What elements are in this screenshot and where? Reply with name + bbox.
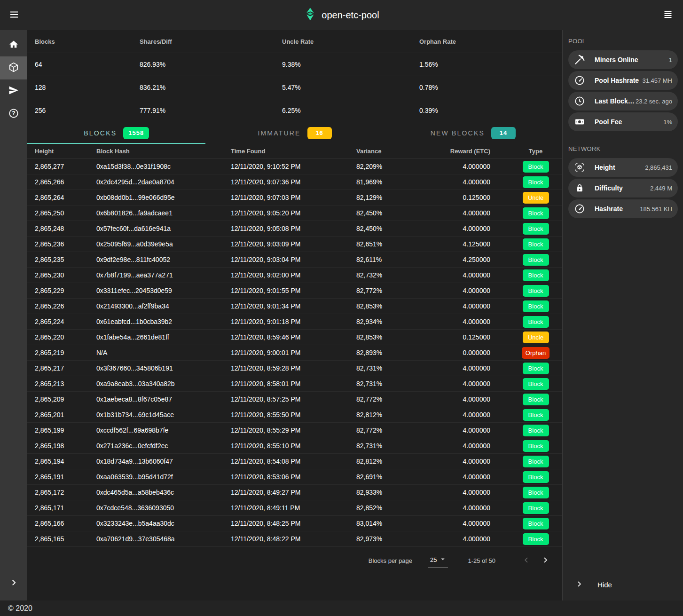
block-type-badge: Block [523,316,549,328]
hide-label: Hide [597,581,612,589]
block-time: 12/11/2020, 8:55:50 PM [231,411,356,419]
per-page-value: 25 [430,556,437,563]
block-time: 12/11/2020, 8:49:11 PM [231,504,356,512]
table-row: 2,865,209 0x1aebeca8...8f67c05e87 12/11/… [27,392,562,407]
hide-panel-button[interactable]: Hide [563,573,683,596]
block-height: 2,865,229 [35,287,96,294]
help-icon: ? [8,108,19,121]
block-time: 12/11/2020, 9:07:36 PM [231,178,356,186]
col-height: Height [35,148,96,155]
table-row: 2,865,230 0x7b8f7199...aea377a271 12/11/… [27,268,562,283]
copyright-text: © 2020 [8,604,32,613]
next-page-button[interactable] [536,551,555,570]
block-hash: 0xccdf562f...69a698b7fe [96,426,231,434]
block-hash: 0x21493300...af2ff9ba34 [96,302,231,310]
table-row: 2,865,226 0x21493300...af2ff9ba34 12/11/… [27,299,562,314]
tab-immature-badge: 16 [307,127,332,139]
block-height: 2,865,213 [35,380,96,387]
block-height: 2,865,194 [35,458,96,465]
stat-value: 2.449 M [650,185,672,192]
luck-orphan-rate: 0.78% [419,84,562,91]
block-height: 2,865,172 [35,489,96,496]
main-content: Blocks Shares/Diff Uncle Rate Orphan Rat… [27,30,562,600]
stat-value: 2,865,431 [645,164,672,171]
block-reward: 4.000000 [448,163,509,170]
tab-immature[interactable]: IMMATURE 16 [205,122,384,144]
nav-item-help[interactable]: ? [0,103,27,126]
table-row: 2,865,219 N/A 12/11/2020, 9:00:01 PM 82,… [27,345,562,361]
nav-item-payments[interactable] [0,79,27,103]
block-hash: 0x61eabfcd...1b0cba39b2 [96,318,231,325]
block-hash: 0x271a236c...0efcfdf2ec [96,442,231,450]
block-variance: 82,934% [356,318,448,325]
tab-blocks[interactable]: BLOCKS 1558 [27,122,205,144]
right-menu-button[interactable] [657,4,679,26]
luck-table-body: 64 826.93% 9.38% 1.56% 128 836.21% 5.47%… [27,53,562,122]
prev-page-button[interactable] [517,551,536,570]
stat-value: 185.561 KH [640,205,672,213]
block-reward: 4.000000 [448,473,509,481]
block-reward: 4.000000 [448,302,509,310]
stat-label: Pool Fee [595,118,622,126]
page-title: open-etc-pool [322,10,379,21]
block-variance: 82,732% [356,271,448,279]
stat-label: Miners Online [595,56,638,63]
rail-expand-button[interactable] [0,572,27,595]
block-type-badge: Uncle [523,332,549,343]
block-hash: 0xb08dd0b1...99e066d95e [96,194,231,201]
luck-blocks: 64 [35,61,140,68]
block-reward: 4.000000 [448,380,509,387]
block-type-badge: Block [523,425,549,436]
block-time: 12/11/2020, 9:05:08 PM [231,225,356,232]
stat-label: Hashrate [595,205,623,213]
block-hash: 0x3233243e...b5a4aa30dc [96,520,231,527]
block-type-badge: Uncle [523,192,549,204]
tab-new-blocks[interactable]: NEW BLOCKS 14 [384,122,562,144]
table-row: 2,865,220 0x1fabe54a...2661de81ff 12/11/… [27,330,562,345]
left-nav-rail: ? [0,30,27,600]
block-hash: N/A [96,349,231,356]
rail-spacer [0,126,27,572]
block-type-badge: Orphan [522,347,550,359]
block-height: 2,865,266 [35,178,96,186]
block-reward: 4.000000 [448,209,509,217]
block-variance: 82,450% [356,209,448,217]
brand: open-etc-pool [304,8,379,23]
table-row: 2,865,213 0xa9a8eab3...03a340a82b 12/11/… [27,376,562,392]
table-row: 2,865,250 0x6b801826...fa9adcaee1 12/11/… [27,205,562,221]
block-type-badge: Block [523,223,549,235]
block-variance: 82,812% [356,411,448,419]
block-hash: 0x2dc4295d...2dae0a8704 [96,178,231,186]
table-row: 2,865,236 0x25095f69...a0d39e9e5a 12/11/… [27,237,562,252]
nav-item-blocks[interactable] [0,56,27,79]
block-height: 2,865,264 [35,194,96,201]
table-row: 2,865,194 0x18d734a9...13b6060f47 12/11/… [27,454,562,469]
stat-label: Pool Hashrate [595,77,639,84]
stat-network-hashrate: Hashrate 185.561 KH [568,199,678,218]
block-type-badge: Block [523,394,549,405]
block-type-badge: Block [523,207,549,219]
block-reward: 4.000000 [448,178,509,186]
stat-label: Last Block Fo… [595,97,636,105]
gauge-icon [574,75,585,86]
stat-pool-hashrate: Pool Hashrate 31.457 MH [568,71,678,90]
block-height: 2,865,277 [35,163,96,170]
block-reward: 4.000000 [448,364,509,372]
per-page-select[interactable]: 25 [428,553,448,568]
block-hash: 0x57fec60f...da616e941a [96,225,231,232]
block-variance: 82,852% [356,504,448,512]
pickaxe-icon [574,54,585,65]
block-variance: 83,014% [356,520,448,527]
block-variance: 81,969% [356,178,448,186]
luck-uncle-rate: 5.47% [282,84,419,91]
gauge-icon [574,203,585,214]
nav-drawer-toggle-button[interactable] [3,4,25,26]
stat-pool-fee: Pool Fee 1% [568,112,678,131]
block-height: 2,865,224 [35,318,96,325]
block-reward: 4.000000 [448,504,509,512]
block-reward: 4.000000 [448,426,509,434]
cube-scan-icon [574,162,585,173]
chevron-right-icon [541,556,550,566]
nav-item-home[interactable] [0,33,27,56]
block-time: 12/11/2020, 8:59:46 PM [231,333,356,341]
